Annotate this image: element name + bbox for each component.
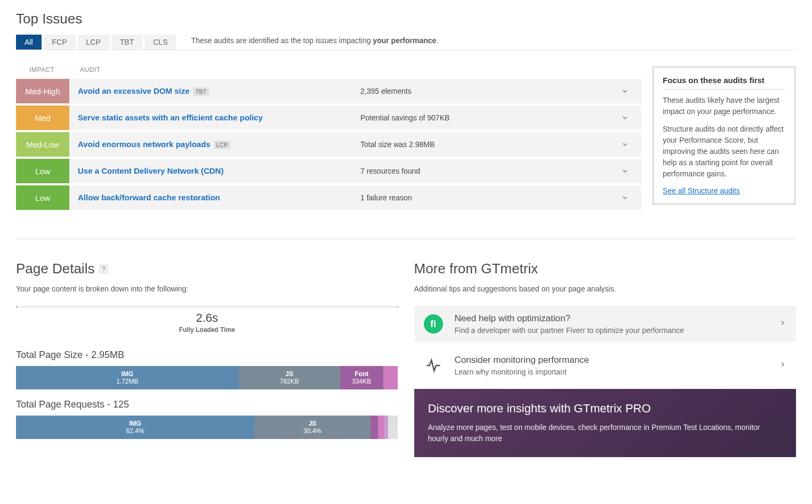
issue-audit: Avoid an excessive DOM sizeTBT: [78, 86, 360, 96]
issue-detail: 2,395 elements: [360, 87, 617, 95]
issues-table: IMPACT AUDIT Med-HighAvoid an excessive …: [16, 66, 641, 212]
focus-p1: These audits likely have the largest imp…: [663, 95, 785, 117]
fully-loaded-time-caption: Fully Loaded Time: [16, 326, 398, 334]
lower-columns: Page Details ? Your page content is brok…: [16, 261, 796, 457]
issue-row[interactable]: Med-HighAvoid an excessive DOM sizeTBT2,…: [16, 79, 641, 103]
audit-tag: LCP: [214, 141, 230, 149]
issue-detail: Potential savings of 907KB: [360, 113, 617, 122]
tab-all[interactable]: All: [16, 35, 42, 50]
section-divider: [16, 239, 796, 239]
impact-badge: Low: [16, 159, 69, 183]
fully-loaded-timeline: 2.6s Fully Loaded Time: [16, 306, 398, 334]
pro-banner[interactable]: Discover more insights with GTmetrix PRO…: [414, 389, 797, 457]
impact-badge: Med-High: [16, 79, 69, 103]
audit-link[interactable]: Allow back/forward cache restoration: [78, 193, 220, 202]
header-audit: AUDIT: [69, 66, 101, 74]
issue-body: Avoid an excessive DOM sizeTBT2,395 elem…: [69, 79, 641, 103]
chart-segment-other: [383, 366, 398, 389]
issue-row[interactable]: LowAllow back/forward cache restoration1…: [16, 185, 641, 210]
issue-detail: Total size was 2.98MB: [360, 140, 617, 149]
impact-badge: Low: [16, 185, 69, 210]
chart-segment-a: [371, 416, 378, 439]
page-size-title: Total Page Size - 2.95MB: [16, 349, 398, 361]
issue-row[interactable]: Med-LowAvoid enormous network payloadsLC…: [16, 132, 641, 157]
tab-lcp[interactable]: LCP: [78, 35, 109, 50]
page-details-title: Page Details ?: [16, 261, 398, 277]
tabs-row: All FCP LCP TBT CLS These audits are ide…: [16, 35, 796, 50]
chart-segment-js: JS782KB: [239, 366, 340, 389]
issue-body: Use a Content Delivery Network (CDN)7 re…: [69, 159, 641, 183]
promo-fiverr[interactable]: fi Need help with optimization? Find a d…: [414, 306, 797, 342]
issue-audit: Serve static assets with an efficient ca…: [78, 113, 360, 123]
audit-link[interactable]: Use a Content Delivery Network (CDN): [78, 166, 223, 175]
issue-body: Serve static assets with an efficient ca…: [69, 105, 641, 130]
impact-badge: Med-Low: [16, 132, 69, 157]
page-details-section: Page Details ? Your page content is brok…: [16, 261, 398, 457]
focus-title: Focus on these audits first: [663, 76, 785, 90]
top-issues-section: Top Issues All FCP LCP TBT CLS These aud…: [16, 11, 796, 212]
chart-segment-c: [384, 416, 388, 439]
chart-segment-d: [388, 416, 398, 439]
audit-link[interactable]: Avoid an excessive DOM size: [78, 86, 190, 95]
promo-fiverr-sub: Find a developer with our partner Fiverr…: [455, 326, 779, 335]
page-size-chart: IMG1.72MBJS782KBFont334KB: [16, 366, 398, 389]
promo-monitoring-sub: Learn why monitoring is important: [455, 368, 779, 376]
chart-segment-b: [378, 416, 384, 439]
fiverr-icon: fi: [424, 314, 443, 334]
tab-cls[interactable]: CLS: [144, 35, 176, 50]
promo-monitoring-title: Consider monitoring performance: [455, 355, 779, 365]
help-icon[interactable]: ?: [99, 264, 108, 274]
chevron-right-icon: [779, 361, 786, 370]
chevron-down-icon: [617, 194, 633, 201]
more-title: More from GTmetrix: [414, 261, 797, 277]
issue-audit: Allow back/forward cache restoration: [78, 193, 360, 202]
audit-link[interactable]: Serve static assets with an efficient ca…: [78, 113, 263, 122]
chevron-down-icon: [617, 141, 633, 148]
top-issues-title: Top Issues: [16, 11, 796, 27]
chart-segment-img: IMG1.72MB: [16, 366, 239, 389]
tab-tbt[interactable]: TBT: [111, 35, 142, 50]
issue-detail: 1 failure reason: [360, 193, 617, 202]
chart-segment-js: JS30.4%: [254, 416, 371, 439]
fully-loaded-time-value: 2.6s: [16, 311, 398, 325]
page-details-sub: Your page content is broken down into th…: [16, 284, 398, 293]
audit-link[interactable]: Avoid enormous network payloads: [78, 140, 211, 149]
pro-banner-title: Discover more insights with GTmetrix PRO: [428, 402, 783, 416]
focus-sidebar: Focus on these audits first These audits…: [652, 66, 796, 205]
issue-row[interactable]: MedServe static assets with an efficient…: [16, 105, 641, 130]
issue-detail: 7 resources found: [360, 167, 617, 175]
page-requests-chart: IMG62.4%JS30.4%: [16, 416, 398, 439]
filter-tabs: All FCP LCP TBT CLS: [16, 35, 176, 50]
see-structure-audits-link[interactable]: See all Structure audits: [663, 186, 740, 195]
chart-segment-img: IMG62.4%: [16, 416, 254, 439]
more-sub: Additional tips and suggestions based on…: [414, 284, 797, 293]
issue-audit: Use a Content Delivery Network (CDN): [78, 166, 360, 176]
promo-monitoring[interactable]: Consider monitoring performance Learn wh…: [414, 347, 797, 384]
chevron-down-icon: [617, 167, 633, 175]
tab-fcp[interactable]: FCP: [44, 35, 76, 50]
pulse-icon: [424, 356, 443, 375]
chevron-right-icon: [779, 319, 786, 329]
chevron-down-icon: [617, 114, 633, 121]
focus-p2: Structure audits do not directly affect …: [663, 124, 785, 180]
promo-fiverr-title: Need help with optimization?: [455, 313, 779, 324]
issues-layout: IMPACT AUDIT Med-HighAvoid an excessive …: [16, 66, 796, 212]
pro-banner-sub: Analyze more pages, test on mobile devic…: [428, 422, 783, 444]
issue-row[interactable]: LowUse a Content Delivery Network (CDN)7…: [16, 159, 641, 183]
tabs-caption: These audits are identified as the top i…: [191, 36, 438, 48]
issue-body: Avoid enormous network payloadsLCPTotal …: [69, 132, 641, 157]
issue-audit: Avoid enormous network payloadsLCP: [78, 140, 360, 149]
impact-badge: Med: [16, 105, 69, 130]
issue-body: Allow back/forward cache restoration1 fa…: [69, 185, 641, 210]
page-requests-title: Total Page Requests - 125: [16, 399, 398, 410]
more-section: More from GTmetrix Additional tips and s…: [414, 261, 797, 457]
chart-segment-font: Font334KB: [340, 366, 383, 389]
audit-tag: TBT: [193, 87, 210, 96]
issues-header: IMPACT AUDIT: [16, 66, 641, 79]
chevron-down-icon: [617, 87, 633, 95]
timeline-bar: [16, 306, 398, 308]
header-impact: IMPACT: [16, 66, 69, 74]
